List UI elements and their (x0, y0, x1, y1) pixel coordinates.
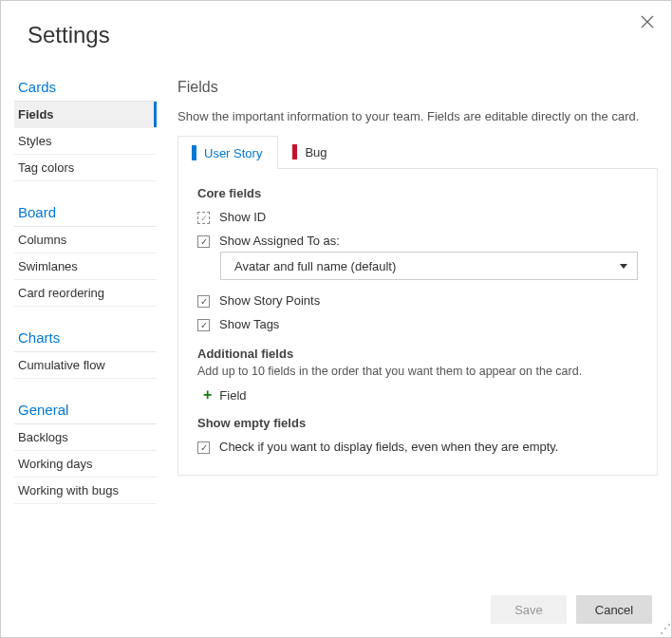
core-fields-heading: Core fields (197, 186, 638, 200)
sidebar-item-working-days[interactable]: Working days (14, 451, 157, 478)
cancel-button[interactable]: Cancel (576, 595, 652, 624)
save-button[interactable]: Save (491, 595, 567, 624)
tab-color-bar (292, 144, 297, 160)
additional-fields-description: Add up to 10 fields in the order that yo… (197, 365, 638, 378)
checkbox-show-id[interactable]: ✓ (197, 212, 210, 224)
sidebar-item-working-with-bugs[interactable]: Working with bugs (14, 478, 157, 504)
tab-label: Bug (305, 145, 327, 160)
show-assigned-to-label: Show Assigned To as: (219, 234, 340, 248)
sidebar-item-tag-colors[interactable]: Tag colors (14, 155, 157, 181)
section-heading: Fields (177, 79, 658, 96)
sidebar-group-board[interactable]: Board (14, 197, 157, 227)
sidebar-group-charts[interactable]: Charts (14, 322, 157, 352)
show-id-label: Show ID (219, 210, 266, 224)
settings-dialog: Settings Cards Fields Styles Tag colors … (0, 0, 672, 638)
section-description: Show the important information to your t… (177, 109, 658, 123)
sidebar-item-cumulative-flow[interactable]: Cumulative flow (14, 352, 157, 379)
assigned-to-select[interactable]: Avatar and full name (default) (220, 252, 638, 280)
show-tags-label: Show Tags (219, 317, 279, 331)
sidebar-item-card-reordering[interactable]: Card reordering (14, 280, 157, 307)
additional-fields-heading: Additional fields (197, 347, 638, 361)
sidebar-group-cards[interactable]: Cards (14, 79, 157, 102)
sidebar-item-columns[interactable]: Columns (14, 227, 157, 253)
resize-grip-icon: ⋰ (660, 622, 669, 635)
sidebar: Cards Fields Styles Tag colors Board Col… (14, 79, 157, 504)
add-field-button[interactable]: + Field (203, 387, 638, 403)
checkbox-show-tags[interactable]: ✓ (197, 319, 210, 331)
add-field-label: Field (219, 388, 246, 403)
sidebar-group-general[interactable]: General (14, 394, 157, 424)
tabstrip: User Story Bug (177, 135, 658, 169)
sidebar-item-backlogs[interactable]: Backlogs (14, 424, 157, 451)
checkbox-show-empty-fields[interactable]: ✓ (197, 441, 210, 454)
sidebar-item-fields[interactable]: Fields (14, 102, 157, 128)
main-panel: Fields Show the important information to… (157, 79, 658, 504)
chevron-down-icon (620, 264, 627, 269)
sidebar-item-styles[interactable]: Styles (14, 128, 157, 155)
tab-color-bar (192, 145, 196, 160)
show-empty-fields-label: Check if you want to display fields, eve… (219, 440, 558, 454)
checkbox-show-assigned-to[interactable]: ✓ (197, 235, 210, 248)
sidebar-item-swimlanes[interactable]: Swimlanes (14, 253, 157, 280)
dialog-footer: Save Cancel (491, 595, 652, 624)
checkbox-show-story-points[interactable]: ✓ (197, 295, 210, 308)
tab-bug[interactable]: Bug (278, 135, 343, 168)
close-icon[interactable] (641, 15, 654, 28)
dialog-title: Settings (1, 1, 671, 79)
tab-user-story[interactable]: User Story (177, 136, 278, 169)
empty-fields-heading: Show empty fields (197, 416, 638, 430)
plus-icon: + (203, 387, 212, 403)
assigned-to-value: Avatar and full name (default) (234, 259, 396, 273)
tab-label: User Story (204, 146, 262, 160)
show-story-points-label: Show Story Points (219, 293, 320, 308)
tab-content: Core fields ✓ Show ID ✓ Show Assigned To… (177, 169, 658, 476)
